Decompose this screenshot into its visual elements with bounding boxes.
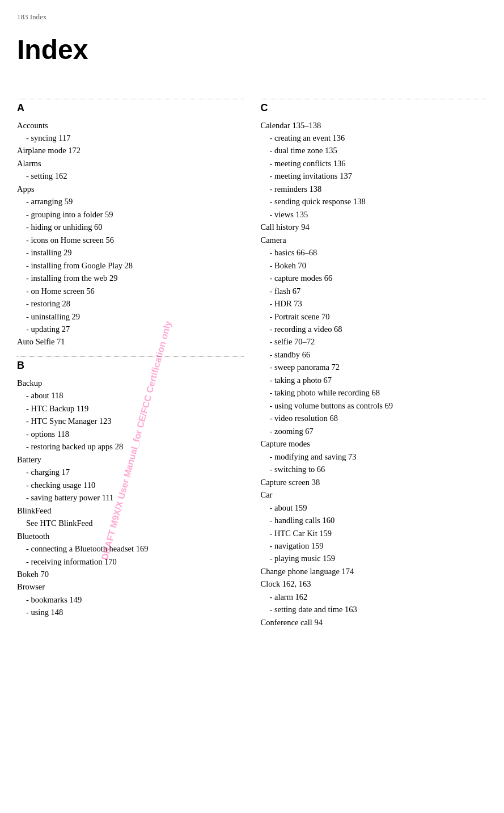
index-entry: - updating 27	[17, 323, 244, 335]
index-entry: Apps	[17, 183, 244, 195]
index-entry: - checking usage 110	[17, 479, 244, 491]
index-entry: Bokeh 70	[17, 568, 244, 580]
index-entry: - saving battery power 111	[17, 491, 244, 504]
index-entry: - about 118	[17, 389, 244, 402]
index-entry: Accounts	[17, 119, 244, 132]
index-entry: - about 159	[261, 502, 488, 514]
index-entry: BlinkFeed	[17, 504, 244, 517]
index-entry: Battery	[17, 453, 244, 466]
index-entry: Call history 94	[261, 221, 488, 233]
index-entry: - receiving information 170	[17, 555, 244, 568]
index-entry: Car	[261, 488, 488, 501]
page-header: 183 Index	[17, 11, 487, 25]
index-entry: - navigation 159	[261, 540, 488, 552]
index-entry: - recording a video 68	[261, 323, 488, 335]
index-entry: - alarm 162	[261, 591, 488, 603]
section-divider-B	[17, 356, 244, 357]
index-entry: - installing from Google Play 28	[17, 259, 244, 272]
index-entry: - Bokeh 70	[261, 259, 488, 272]
index-entry: - HTC Car Kit 159	[261, 527, 488, 540]
index-entry: - standby 66	[261, 348, 488, 361]
index-entry: - syncing 117	[17, 132, 244, 144]
index-entry: - dual time zone 135	[261, 144, 488, 157]
index-entry: - Portrait scene 70	[261, 310, 488, 323]
index-entry: - views 135	[261, 208, 488, 221]
index-entry: - uninstalling 29	[17, 310, 244, 323]
index-entry: - restoring backed up apps 28	[17, 440, 244, 453]
index-entry: Backup	[17, 377, 244, 389]
index-entry: See HTC BlinkFeed	[17, 517, 244, 529]
index-entry: - HTC Backup 119	[17, 402, 244, 415]
index-entry: Conference call 94	[261, 616, 488, 629]
index-entry: - taking photo while recording 68	[261, 386, 488, 399]
index-entry: - connecting a Bluetooth headset 169	[17, 542, 244, 555]
index-entry: - flash 67	[261, 285, 488, 297]
index-entry: - restoring 28	[17, 297, 244, 310]
index-entry: - zooming 67	[261, 425, 488, 437]
index-entry: - arranging 59	[17, 195, 244, 208]
index-entry: - grouping into a folder 59	[17, 208, 244, 221]
index-entry: Auto Selfie 71	[17, 335, 244, 348]
index-entry: - sweep panorama 72	[261, 361, 488, 373]
index-entry: - setting 162	[17, 170, 244, 182]
index-entry: Capture modes	[261, 437, 488, 450]
index-columns: AAccounts- syncing 117Airplane mode 172A…	[17, 99, 487, 629]
index-entry: - options 118	[17, 428, 244, 440]
index-entry: - creating an event 136	[261, 132, 488, 144]
section-letter-A: A	[17, 100, 244, 116]
index-entry: Camera	[261, 234, 488, 246]
index-entry: - handling calls 160	[261, 514, 488, 526]
index-entry: Change phone language 174	[261, 565, 488, 578]
index-entry: Capture screen 38	[261, 476, 488, 488]
page-title: Index	[17, 30, 487, 70]
section-divider-A	[17, 99, 244, 99]
index-entry: - switching to 66	[261, 463, 488, 475]
index-entry: Calendar 135–138	[261, 119, 488, 132]
index-entry: Browser	[17, 580, 244, 593]
index-entry: - playing music 159	[261, 552, 488, 565]
index-entry: - HDR 73	[261, 297, 488, 310]
index-entry: - installing 29	[17, 246, 244, 259]
index-entry: - reminders 138	[261, 183, 488, 195]
index-entry: - capture modes 66	[261, 272, 488, 284]
index-entry: - taking a photo 67	[261, 374, 488, 386]
index-entry: - sending quick response 138	[261, 195, 488, 208]
index-entry: - bookmarks 149	[17, 593, 244, 606]
left-column: AAccounts- syncing 117Airplane mode 172A…	[17, 99, 244, 619]
right-column: CCalendar 135–138- creating an event 136…	[261, 99, 488, 629]
index-entry: - using volume buttons as controls 69	[261, 399, 488, 412]
section-letter-B: B	[17, 358, 244, 373]
index-entry: - selfie 70–72	[261, 335, 488, 348]
index-entry: - basics 66–68	[261, 246, 488, 259]
index-entry: Airplane mode 172	[17, 144, 244, 157]
section-letter-C: C	[261, 100, 488, 116]
index-entry: Alarms	[17, 157, 244, 170]
index-entry: - hiding or unhiding 60	[17, 221, 244, 233]
section-divider-C	[261, 99, 488, 99]
index-entry: Bluetooth	[17, 530, 244, 542]
index-entry: - meeting conflicts 136	[261, 157, 488, 170]
index-entry: - setting date and time 163	[261, 603, 488, 616]
index-entry: - charging 17	[17, 466, 244, 478]
index-entry: - icons on Home screen 56	[17, 234, 244, 246]
index-entry: - video resolution 68	[261, 412, 488, 424]
index-entry: - using 148	[17, 606, 244, 618]
index-entry: - on Home screen 56	[17, 285, 244, 297]
index-entry: - installing from the web 29	[17, 272, 244, 284]
index-entry: Clock 162, 163	[261, 578, 488, 590]
index-entry: - modifying and saving 73	[261, 450, 488, 463]
index-entry: - meeting invitations 137	[261, 170, 488, 182]
index-entry: - HTC Sync Manager 123	[17, 415, 244, 427]
